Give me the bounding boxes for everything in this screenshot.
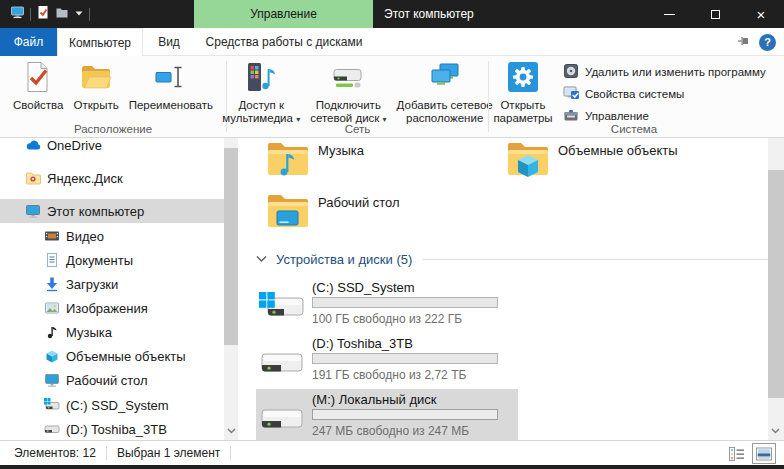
- sidebar-scroll-down-arrow[interactable]: [224, 424, 238, 438]
- window-bottom-edge: [0, 465, 784, 469]
- sidebar-item-videos[interactable]: Видео: [0, 224, 224, 248]
- capacity-bar: [312, 297, 498, 308]
- capacity-bar: [312, 353, 498, 364]
- network-location-icon: [429, 61, 461, 96]
- sidebar-item-desktop[interactable]: Рабочий стол: [0, 368, 224, 392]
- sidebar-scrollbar-thumb[interactable]: [224, 148, 238, 345]
- section-title: Устройства и диски (5): [276, 252, 412, 267]
- qat-separator: [30, 8, 31, 21]
- 3d-objects-folder-icon: [507, 140, 549, 180]
- items-count: Элементов: 12: [14, 446, 96, 460]
- folder-tile-music[interactable]: Музыка: [267, 138, 495, 186]
- media-access-button[interactable]: Доступ кмультимедиа ▾: [217, 60, 305, 127]
- drive-c-icon: [44, 397, 60, 413]
- qat-properties-icon[interactable]: [36, 5, 50, 23]
- drive-c-system-icon: [259, 288, 305, 326]
- tab-view[interactable]: Вид: [143, 28, 195, 56]
- drive-d-icon: [44, 421, 60, 437]
- yandex-disk-icon: [25, 170, 41, 186]
- sidebar-item-yandex-disk[interactable]: Яндекс.Диск: [0, 166, 224, 190]
- ribbon-tab-row: Файл Компьютер Вид Средства работы с дис…: [0, 28, 784, 56]
- downloads-icon: [44, 276, 60, 292]
- quick-access-toolbar: [10, 0, 90, 28]
- status-separator: [230, 446, 231, 460]
- drive-tile-c[interactable]: (C:) SSD_System 100 ГБ свободно из 222 Г…: [256, 277, 518, 330]
- group-label-network: Сеть: [227, 123, 488, 135]
- minimize-button[interactable]: [646, 0, 692, 28]
- ribbon: Свойства Открыть Переименовать Расположе…: [0, 56, 784, 138]
- explorer-window: Управление Этот компьютер × Файл Компьют…: [0, 0, 784, 469]
- folder-tile-3d-objects[interactable]: Объемные объекты: [507, 138, 735, 186]
- add-network-location-button[interactable]: Добавить сетевоерасположение: [392, 60, 498, 127]
- open-button[interactable]: Открыть: [69, 60, 124, 113]
- navigation-pane: OneDrive Яндекс.Диск Этот компьютер Виде…: [0, 138, 224, 440]
- main-scrollbar-thumb[interactable]: [768, 170, 784, 398]
- system-properties-icon: [563, 85, 579, 103]
- map-network-drive-button[interactable]: Подключитьсетевой диск ▾: [305, 60, 391, 127]
- status-bar: Элементов: 12 Выбран 1 элемент: [0, 440, 784, 465]
- sidebar-item-documents[interactable]: Документы: [0, 248, 224, 272]
- main-scrollbar: [768, 138, 784, 440]
- sidebar-scrollbar: [224, 138, 238, 440]
- uninstall-program-button[interactable]: Удалить или изменить программу: [559, 61, 770, 83]
- window-controls: ×: [646, 0, 784, 28]
- qat-customize-dropdown-icon[interactable]: [74, 7, 84, 22]
- tab-computer[interactable]: Компьютер: [57, 28, 143, 56]
- sidebar-item-drive-d[interactable]: (D:) Toshiba_3TB: [0, 417, 224, 440]
- drive-d-icon: [259, 344, 305, 382]
- drive-tile-m[interactable]: (M:) Локальный диск 247 МБ свободно из 2…: [256, 389, 518, 442]
- sidebar-item-music[interactable]: Музыка: [0, 320, 224, 344]
- thumbnail-view-button[interactable]: [752, 443, 776, 464]
- sidebar-item-onedrive[interactable]: OneDrive: [0, 138, 224, 157]
- sidebar-item-drive-c[interactable]: (C:) SSD_System: [0, 393, 224, 417]
- pin-ribbon-icon[interactable]: [737, 34, 751, 51]
- sidebar-item-pictures[interactable]: Изображения: [0, 296, 224, 320]
- sidebar-item-downloads[interactable]: Загрузки: [0, 272, 224, 296]
- close-button[interactable]: ×: [738, 0, 784, 28]
- music-folder-icon: [267, 140, 309, 180]
- file-list: Музыка Объемные объекты Рабочий стол Уст…: [240, 138, 768, 440]
- content-area: OneDrive Яндекс.Диск Этот компьютер Виде…: [0, 138, 784, 440]
- onedrive-icon: [25, 138, 41, 153]
- rename-button[interactable]: Переименовать: [124, 60, 218, 113]
- tab-file[interactable]: Файл: [0, 28, 57, 56]
- main-scroll-down-arrow[interactable]: [768, 424, 782, 438]
- network-drive-icon: [332, 61, 364, 96]
- folder-tile-desktop[interactable]: Рабочий стол: [267, 190, 495, 238]
- system-properties-button[interactable]: Свойства системы: [559, 83, 770, 105]
- close-icon: ×: [757, 7, 766, 22]
- minimize-icon: [664, 14, 675, 15]
- this-pc-icon[interactable]: [10, 5, 25, 23]
- details-view-button[interactable]: [725, 443, 749, 464]
- group-label-system: Система: [489, 123, 779, 135]
- chevron-down-icon[interactable]: [256, 252, 267, 266]
- sidebar-item-3d-objects[interactable]: Объемные объекты: [0, 344, 224, 368]
- properties-button[interactable]: Свойства: [8, 60, 69, 113]
- media-server-icon: [245, 61, 277, 96]
- rename-icon: [155, 61, 187, 96]
- capacity-bar: [312, 409, 498, 420]
- maximize-icon: [711, 10, 720, 19]
- qat-new-folder-icon[interactable]: [55, 5, 69, 23]
- uninstall-program-icon: [563, 63, 579, 81]
- ribbon-group-network: Доступ кмультимедиа ▾ Подключитьсетевой …: [227, 56, 488, 137]
- desktop-folder-icon: [267, 192, 309, 232]
- tab-disk-tools[interactable]: Средства работы с дисками: [195, 28, 373, 56]
- pictures-icon: [44, 300, 60, 316]
- music-icon: [44, 324, 60, 340]
- drive-tile-d[interactable]: (D:) Toshiba_3TB 191 ГБ свободно из 2,72…: [256, 333, 518, 386]
- qat-separator: [89, 8, 90, 21]
- ribbon-group-location: Свойства Открыть Переименовать Расположе…: [0, 56, 226, 137]
- titlebar: Управление Этот компьютер ×: [0, 0, 784, 28]
- help-icon[interactable]: ?: [759, 34, 776, 51]
- sidebar-item-this-pc[interactable]: Этот компьютер: [0, 199, 224, 223]
- contextual-tab-manage[interactable]: Управление: [194, 0, 373, 28]
- window-title: Этот компьютер: [384, 0, 474, 28]
- videos-icon: [44, 228, 60, 244]
- 3d-objects-icon: [44, 348, 60, 364]
- section-header-devices: Устройства и диски (5): [256, 250, 784, 268]
- open-settings-button[interactable]: Открытьпараметры: [492, 60, 554, 126]
- ribbon-group-system: Открытьпараметры Удалить или изменить пр…: [489, 56, 784, 137]
- settings-gear-icon: [507, 61, 539, 96]
- maximize-button[interactable]: [692, 0, 738, 28]
